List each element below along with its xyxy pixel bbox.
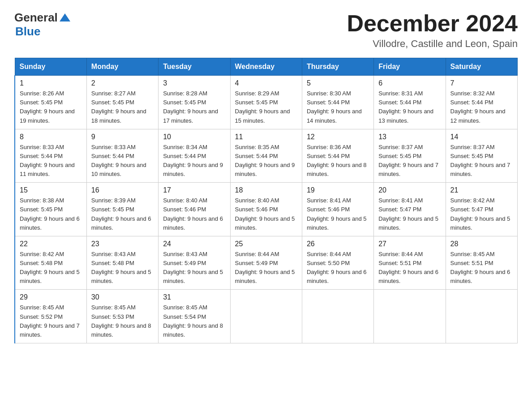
- day-number: 10: [163, 133, 225, 141]
- day-number: 3: [163, 79, 225, 87]
- day-cell-17: 17 Sunrise: 8:40 AMSunset: 5:46 PMDaylig…: [159, 183, 230, 236]
- day-info: Sunrise: 8:34 AMSunset: 5:44 PMDaylight:…: [163, 144, 223, 177]
- day-number: 24: [163, 240, 225, 248]
- header-sunday: Sunday: [15, 58, 86, 76]
- day-cell-6: 6 Sunrise: 8:31 AMSunset: 5:44 PMDayligh…: [374, 76, 446, 129]
- day-number: 26: [307, 240, 369, 248]
- day-cell-25: 25 Sunrise: 8:44 AMSunset: 5:49 PMDaylig…: [230, 236, 302, 290]
- day-number: 6: [378, 79, 441, 87]
- day-cell-19: 19 Sunrise: 8:41 AMSunset: 5:46 PMDaylig…: [302, 183, 373, 236]
- day-info: Sunrise: 8:29 AMSunset: 5:45 PMDaylight:…: [235, 90, 290, 124]
- day-cell-empty: [302, 290, 373, 343]
- day-info: Sunrise: 8:38 AMSunset: 5:45 PMDaylight:…: [20, 197, 80, 231]
- day-number: 21: [450, 186, 513, 194]
- day-cell-12: 12 Sunrise: 8:36 AMSunset: 5:44 PMDaylig…: [302, 129, 373, 183]
- header-friday: Friday: [374, 58, 446, 76]
- title-area: December 2024 Villodre, Castille and Leo…: [347, 11, 518, 50]
- day-cell-23: 23 Sunrise: 8:43 AMSunset: 5:48 PMDaylig…: [86, 236, 158, 290]
- day-number: 22: [20, 240, 82, 248]
- day-cell-9: 9 Sunrise: 8:33 AMSunset: 5:44 PMDayligh…: [86, 129, 158, 183]
- day-number: 4: [235, 79, 297, 87]
- day-number: 8: [20, 133, 82, 141]
- day-cell-28: 28 Sunrise: 8:45 AMSunset: 5:51 PMDaylig…: [446, 236, 517, 290]
- day-info: Sunrise: 8:45 AMSunset: 5:52 PMDaylight:…: [20, 304, 80, 338]
- location-title: Villodre, Castille and Leon, Spain: [347, 38, 518, 50]
- weekday-header-row: Sunday Monday Tuesday Wednesday Thursday…: [15, 58, 518, 76]
- day-cell-27: 27 Sunrise: 8:44 AMSunset: 5:51 PMDaylig…: [374, 236, 446, 290]
- day-cell-3: 3 Sunrise: 8:28 AMSunset: 5:45 PMDayligh…: [159, 76, 230, 129]
- day-number: 2: [91, 79, 154, 87]
- week-row-2: 8 Sunrise: 8:33 AMSunset: 5:44 PMDayligh…: [15, 129, 518, 183]
- page-header: General Blue December 2024 Villodre, Cas…: [14, 11, 518, 50]
- day-number: 29: [20, 293, 82, 301]
- day-cell-24: 24 Sunrise: 8:43 AMSunset: 5:49 PMDaylig…: [159, 236, 230, 290]
- day-info: Sunrise: 8:41 AMSunset: 5:47 PMDaylight:…: [378, 197, 438, 231]
- day-info: Sunrise: 8:27 AMSunset: 5:45 PMDaylight:…: [91, 90, 146, 124]
- day-info: Sunrise: 8:40 AMSunset: 5:46 PMDaylight:…: [163, 197, 223, 231]
- day-number: 30: [91, 293, 154, 301]
- week-row-5: 29 Sunrise: 8:45 AMSunset: 5:52 PMDaylig…: [15, 290, 518, 343]
- day-info: Sunrise: 8:33 AMSunset: 5:44 PMDaylight:…: [20, 144, 75, 177]
- header-wednesday: Wednesday: [230, 58, 302, 76]
- day-info: Sunrise: 8:30 AMSunset: 5:44 PMDaylight:…: [307, 90, 362, 124]
- day-number: 1: [20, 79, 82, 87]
- day-info: Sunrise: 8:45 AMSunset: 5:53 PMDaylight:…: [91, 304, 151, 338]
- day-number: 25: [235, 240, 297, 248]
- day-cell-26: 26 Sunrise: 8:44 AMSunset: 5:50 PMDaylig…: [302, 236, 373, 290]
- day-number: 31: [163, 293, 225, 301]
- day-number: 14: [450, 133, 513, 141]
- day-number: 11: [235, 133, 297, 141]
- day-number: 23: [91, 240, 154, 248]
- day-number: 19: [307, 186, 369, 194]
- day-info: Sunrise: 8:43 AMSunset: 5:49 PMDaylight:…: [163, 251, 223, 284]
- day-info: Sunrise: 8:26 AMSunset: 5:45 PMDaylight:…: [20, 90, 75, 124]
- day-number: 13: [378, 133, 441, 141]
- day-number: 28: [450, 240, 513, 248]
- logo: General Blue: [14, 11, 71, 39]
- day-cell-21: 21 Sunrise: 8:42 AMSunset: 5:47 PMDaylig…: [446, 183, 517, 236]
- day-number: 16: [91, 186, 154, 194]
- day-info: Sunrise: 8:45 AMSunset: 5:51 PMDaylight:…: [450, 251, 511, 284]
- day-cell-empty: [446, 290, 517, 343]
- day-cell-8: 8 Sunrise: 8:33 AMSunset: 5:44 PMDayligh…: [15, 129, 86, 183]
- day-info: Sunrise: 8:42 AMSunset: 5:47 PMDaylight:…: [450, 197, 511, 231]
- header-monday: Monday: [86, 58, 158, 76]
- calendar-table: Sunday Monday Tuesday Wednesday Thursday…: [14, 58, 518, 343]
- day-number: 27: [378, 240, 441, 248]
- day-cell-20: 20 Sunrise: 8:41 AMSunset: 5:47 PMDaylig…: [374, 183, 446, 236]
- day-cell-18: 18 Sunrise: 8:40 AMSunset: 5:46 PMDaylig…: [230, 183, 302, 236]
- day-cell-4: 4 Sunrise: 8:29 AMSunset: 5:45 PMDayligh…: [230, 76, 302, 129]
- day-info: Sunrise: 8:37 AMSunset: 5:45 PMDaylight:…: [450, 144, 511, 177]
- svg-marker-0: [60, 13, 70, 21]
- day-info: Sunrise: 8:40 AMSunset: 5:46 PMDaylight:…: [235, 197, 295, 231]
- day-number: 17: [163, 186, 225, 194]
- day-info: Sunrise: 8:28 AMSunset: 5:45 PMDaylight:…: [163, 90, 218, 124]
- header-saturday: Saturday: [446, 58, 517, 76]
- day-number: 12: [307, 133, 369, 141]
- day-number: 7: [450, 79, 513, 87]
- day-cell-13: 13 Sunrise: 8:37 AMSunset: 5:45 PMDaylig…: [374, 129, 446, 183]
- day-number: 20: [378, 186, 441, 194]
- day-number: 5: [307, 79, 369, 87]
- day-info: Sunrise: 8:45 AMSunset: 5:54 PMDaylight:…: [163, 304, 223, 338]
- day-cell-15: 15 Sunrise: 8:38 AMSunset: 5:45 PMDaylig…: [15, 183, 86, 236]
- day-number: 15: [20, 186, 82, 194]
- week-row-4: 22 Sunrise: 8:42 AMSunset: 5:48 PMDaylig…: [15, 236, 518, 290]
- day-cell-7: 7 Sunrise: 8:32 AMSunset: 5:44 PMDayligh…: [446, 76, 517, 129]
- day-number: 9: [91, 133, 154, 141]
- day-info: Sunrise: 8:43 AMSunset: 5:48 PMDaylight:…: [91, 251, 151, 284]
- day-cell-1: 1 Sunrise: 8:26 AMSunset: 5:45 PMDayligh…: [15, 76, 86, 129]
- day-cell-empty: [374, 290, 446, 343]
- day-cell-10: 10 Sunrise: 8:34 AMSunset: 5:44 PMDaylig…: [159, 129, 230, 183]
- day-info: Sunrise: 8:32 AMSunset: 5:44 PMDaylight:…: [450, 90, 506, 124]
- day-info: Sunrise: 8:33 AMSunset: 5:44 PMDaylight:…: [91, 144, 146, 177]
- day-cell-22: 22 Sunrise: 8:42 AMSunset: 5:48 PMDaylig…: [15, 236, 86, 290]
- day-cell-2: 2 Sunrise: 8:27 AMSunset: 5:45 PMDayligh…: [86, 76, 158, 129]
- header-tuesday: Tuesday: [159, 58, 230, 76]
- day-info: Sunrise: 8:39 AMSunset: 5:45 PMDaylight:…: [91, 197, 151, 231]
- week-row-1: 1 Sunrise: 8:26 AMSunset: 5:45 PMDayligh…: [15, 76, 518, 129]
- day-info: Sunrise: 8:31 AMSunset: 5:44 PMDaylight:…: [378, 90, 433, 124]
- day-info: Sunrise: 8:35 AMSunset: 5:44 PMDaylight:…: [235, 144, 295, 177]
- logo-icon: [59, 12, 71, 24]
- day-cell-14: 14 Sunrise: 8:37 AMSunset: 5:45 PMDaylig…: [446, 129, 517, 183]
